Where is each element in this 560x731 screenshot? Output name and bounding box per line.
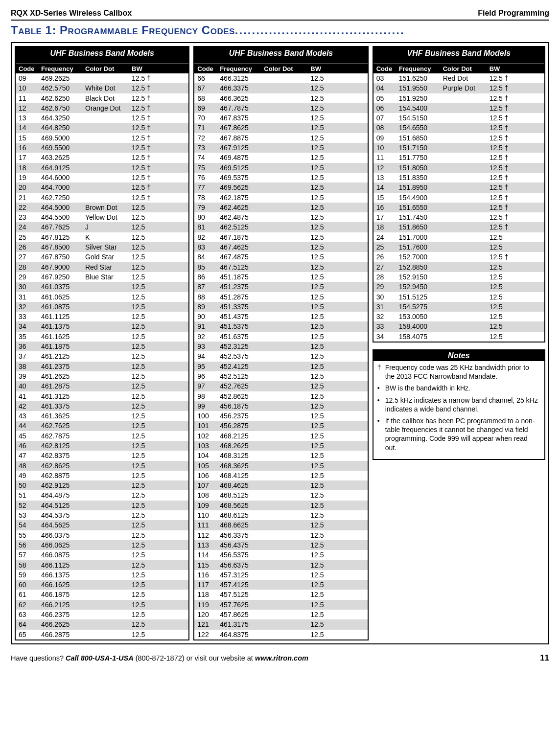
cell: 12.5 †	[132, 73, 159, 83]
cell: 12.5	[132, 411, 159, 421]
cell: 12.5	[132, 262, 159, 272]
col1-title: UHF Business Band Models	[16, 47, 188, 64]
table-row: 91451.537512.5	[194, 321, 367, 331]
cell: 469.5125	[220, 163, 264, 173]
cell: 12.5	[310, 351, 337, 361]
cell	[443, 222, 490, 232]
cell: 69	[197, 103, 220, 113]
cell	[264, 490, 310, 500]
cell: 53	[19, 510, 41, 520]
cell: 12.5 †	[490, 163, 516, 173]
cell: 461.3175	[220, 619, 264, 629]
cell: 12.5	[132, 471, 159, 480]
col2-body: 66466.312512.567466.337512.568466.362512…	[194, 73, 367, 640]
cell: 12.5 †	[490, 73, 516, 83]
cell: 67	[197, 83, 220, 93]
col1-body: 09469.262512.5 †10462.5750White Dot12.5 …	[16, 73, 188, 640]
table-row: 11151.775012.5 †	[373, 153, 544, 162]
note-text: 12.5 kHz indicates a narrow band channel…	[385, 396, 540, 413]
cell: 06	[376, 103, 399, 113]
cell	[85, 371, 132, 381]
table-row: 63466.237512.5	[16, 610, 188, 619]
hdr-bw: BW	[132, 65, 159, 72]
cell: 12.5	[132, 342, 159, 351]
cell: 92	[197, 332, 220, 342]
table-row: 50462.912512.5	[16, 480, 188, 490]
note-text: Frequency code was 25 KHz bandwidth prio…	[385, 363, 540, 381]
table-row: 112456.337512.5	[194, 530, 367, 540]
cell: 47	[19, 451, 41, 460]
cell	[264, 411, 310, 421]
table-row: 105468.362512.5	[194, 461, 367, 471]
cell: 12.5	[310, 501, 337, 510]
cell: 20	[19, 183, 41, 192]
table-row: 107468.462512.5	[194, 480, 367, 490]
cell: 12.5	[310, 93, 337, 103]
cell: 28	[376, 272, 399, 282]
cell: 12.5	[310, 262, 337, 272]
cell: 12.5	[490, 312, 516, 321]
cell: 73	[197, 143, 220, 153]
cell	[264, 262, 310, 272]
cell: 36	[19, 342, 41, 351]
cell: 12.5 †	[490, 183, 516, 192]
cell: 62	[19, 600, 41, 610]
page-number: 11	[540, 653, 549, 663]
cell: 12.5	[132, 630, 159, 640]
cell: 15	[19, 133, 41, 143]
cell: 12.5 †	[490, 133, 516, 143]
cell: 12.5	[132, 600, 159, 610]
cell: 93	[197, 342, 220, 351]
note-item: •BW is the bandwidth in kHz.	[377, 384, 540, 392]
cell: 95	[197, 362, 220, 371]
notes-body: †Frequency code was 25 KHz bandwidth pri…	[373, 361, 544, 459]
table-row: 73467.912512.5	[194, 143, 367, 153]
hdr-color: Color Dot	[443, 65, 490, 72]
table-row: 19464.600012.5 †	[16, 173, 188, 183]
table-row: 67466.337512.5	[194, 83, 367, 93]
cell: 12.5	[132, 540, 159, 550]
cell: 12.5	[132, 461, 159, 471]
cell	[264, 282, 310, 292]
table-row: 26467.8500Silver Star12.5	[16, 242, 188, 252]
cell	[264, 510, 310, 520]
cell: 452.4125	[220, 362, 264, 371]
table-row: 66466.312512.5	[194, 73, 367, 83]
cell: 12.5	[310, 212, 337, 222]
footer-left: Have questions? Call 800-USA-1-USA (800-…	[11, 654, 308, 662]
note-item: •If the callbox has been PC programmed t…	[377, 416, 540, 452]
cell: 456.3375	[220, 530, 264, 540]
cell: 76	[197, 173, 220, 183]
table-row: 88451.287512.5	[194, 292, 367, 302]
cell: 12.5 †	[132, 193, 159, 203]
table-row: 35461.162512.5	[16, 332, 188, 342]
table-row: 33461.112512.5	[16, 312, 188, 321]
cell	[443, 292, 490, 302]
cell	[264, 560, 310, 570]
table-row: 10462.5750White Dot12.5 †	[16, 83, 188, 93]
cell: 12.5	[132, 391, 159, 401]
header-bar: RQX XD-Series Wireless Callbox Field Pro…	[11, 9, 549, 18]
cell: 151.8050	[399, 163, 443, 173]
cell: 12.5	[132, 480, 159, 490]
cell	[85, 321, 132, 331]
table-col-2: UHF Business Band Models Code Frequency …	[193, 46, 368, 640]
table-row: 100456.237512.5	[194, 411, 367, 421]
table-row: 14151.895012.5 †	[373, 183, 544, 192]
table-row: 84467.487512.5	[194, 252, 367, 262]
cell	[264, 351, 310, 361]
cell	[443, 302, 490, 312]
table-row: 13464.325012.5 †	[16, 113, 188, 123]
cell: 464.9125	[41, 163, 85, 173]
cell: 158.4075	[399, 332, 443, 342]
table-row: 42461.337512.5	[16, 401, 188, 411]
cell	[264, 93, 310, 103]
cell: 12.5	[310, 232, 337, 242]
cell	[85, 501, 132, 510]
cell: 113	[197, 540, 220, 550]
cell: 12.5	[310, 520, 337, 530]
table-row: 03151.6250Red Dot12.5 †	[373, 73, 544, 83]
cell: 452.8625	[220, 391, 264, 401]
cell: K	[85, 232, 132, 242]
table-row: 26152.700012.5 †	[373, 252, 544, 262]
